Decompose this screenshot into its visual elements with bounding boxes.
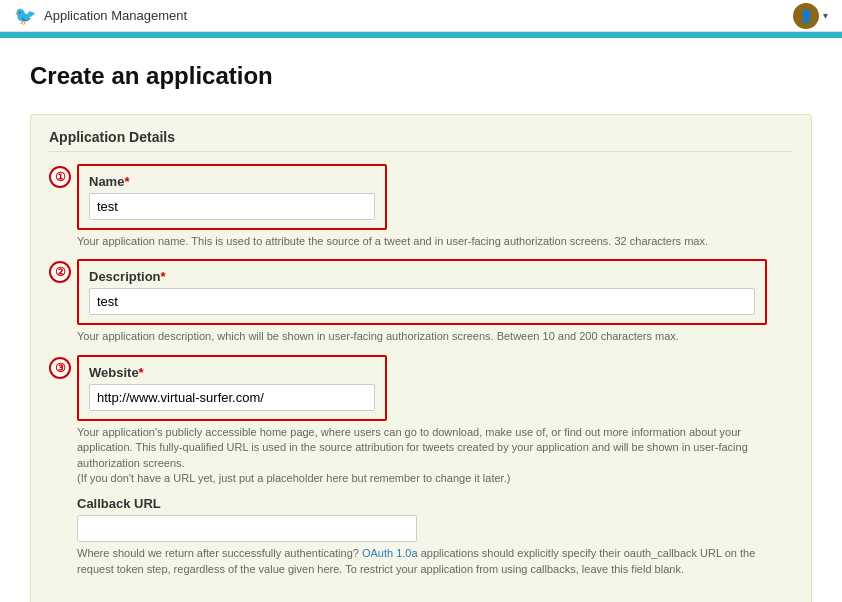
annotation-3: ③ <box>49 357 71 379</box>
website-hint: Your application's publicly accessible h… <box>77 425 777 487</box>
app-details-section: Application Details ① Name* Your applica… <box>30 114 812 602</box>
name-input[interactable] <box>89 193 375 220</box>
website-red-box: Website* <box>77 355 387 421</box>
header-title: Application Management <box>44 8 187 23</box>
annotation-1: ① <box>49 166 71 188</box>
avatar[interactable]: 👤 <box>793 3 819 29</box>
app-details-title: Application Details <box>49 129 793 152</box>
chevron-down-icon[interactable]: ▾ <box>823 10 828 21</box>
oauth-link[interactable]: OAuth 1.0a <box>362 547 418 559</box>
name-label: Name* <box>89 174 375 189</box>
callback-hint: Where should we return after successfull… <box>77 546 777 577</box>
header-right[interactable]: 👤 ▾ <box>793 3 828 29</box>
twitter-icon: 🐦 <box>14 5 36 27</box>
callback-label: Callback URL <box>77 496 793 511</box>
description-input[interactable] <box>89 288 755 315</box>
main-content: Create an application Application Detail… <box>0 38 842 602</box>
description-red-box: Description* <box>77 259 767 325</box>
page-title: Create an application <box>30 62 812 90</box>
description-label: Description* <box>89 269 755 284</box>
website-label: Website* <box>89 365 375 380</box>
description-field-group: ② Description* Your application descript… <box>49 259 793 344</box>
website-input[interactable] <box>89 384 375 411</box>
header-left: 🐦 Application Management <box>14 5 187 27</box>
name-red-box: Name* <box>77 164 387 230</box>
name-required: * <box>124 174 129 189</box>
annotation-2: ② <box>49 261 71 283</box>
name-field-group: ① Name* Your application name. This is u… <box>49 164 793 249</box>
callback-input[interactable] <box>77 515 417 542</box>
name-hint: Your application name. This is used to a… <box>77 234 777 249</box>
website-field-group: ③ Website* Your application's publicly a… <box>49 355 793 487</box>
header: 🐦 Application Management 👤 ▾ <box>0 0 842 32</box>
description-hint: Your application description, which will… <box>77 329 777 344</box>
callback-field-group: Callback URL Where should we return afte… <box>49 496 793 577</box>
